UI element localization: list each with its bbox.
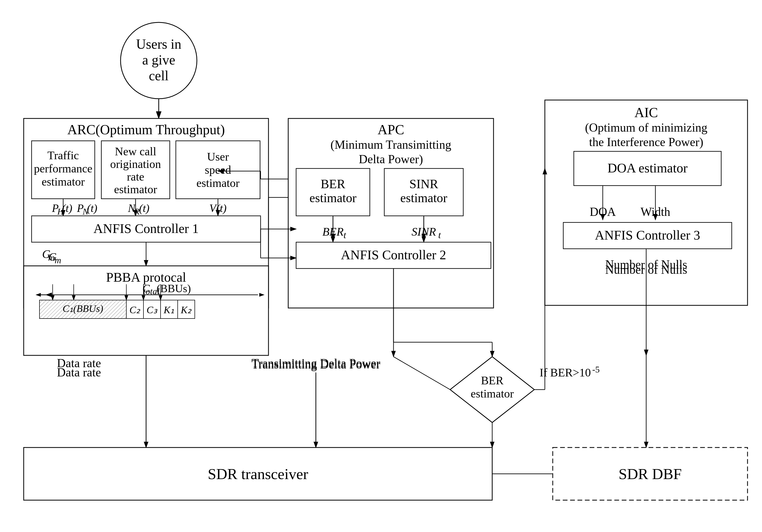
bert-sub: t [343, 230, 346, 240]
anfis3-text: ANFIS Controller 3 [595, 228, 700, 243]
aic-title3: the Interference Power) [589, 135, 703, 149]
apc-title2: (Minimum Transimitting [331, 138, 451, 151]
anfis2-text: ANFIS Controller 2 [341, 248, 446, 262]
sinrt-sub: t [438, 230, 441, 240]
apc-title3: Delta Power) [359, 152, 423, 166]
diagram-container: Users in a give cell ARC(Optimum Through… [0, 0, 762, 532]
user-speed-text2: speed [205, 164, 231, 176]
traffic-text3: estimator [41, 175, 85, 188]
c2-label: C₂ [129, 304, 141, 315]
gm-sub: m [55, 255, 61, 265]
ber-text1: BER [321, 177, 345, 191]
k2-label: K₂ [181, 304, 192, 315]
c1-label: C₁(BBUs) [63, 303, 103, 314]
if-ber-label: If BER>10 [540, 366, 591, 379]
nrt-label: (t) [139, 202, 149, 214]
gm-sub2: m [48, 253, 55, 263]
sdr-transceiver-text: SDR transceiver [208, 465, 308, 483]
traffic-text2: performance [34, 162, 92, 175]
num-nulls-text: Number of Nulls [605, 258, 687, 271]
new-call-text4: estimator [114, 183, 157, 196]
transmitting-text: Transimitting Delta Power [252, 356, 380, 370]
user-speed-text1: User [207, 150, 229, 163]
sdr-dbf-text: SDR DBF [619, 465, 682, 483]
ber-diamond-text2: estimator [471, 387, 514, 400]
ber-diamond-text1: BER [481, 374, 503, 387]
new-call-text3: rate [127, 170, 144, 183]
users-cell-text3: cell [149, 68, 169, 83]
users-cell-text2: a give [142, 52, 175, 67]
aic-title2: (Optimum of minimizing [585, 121, 707, 134]
users-cell-text: Users in [136, 37, 181, 51]
new-call-text1: New call [115, 145, 156, 158]
ctotal-bbus: (BBUs) [157, 282, 191, 295]
user-speed-text3: estimator [196, 177, 240, 190]
data-rate-text: Data rate [57, 366, 101, 379]
doa-estimator-text: DOA estimator [607, 161, 688, 175]
ber-text2: estimator [310, 191, 357, 205]
if-ber-sup: -5 [592, 365, 600, 374]
new-call-text2: origination [110, 158, 161, 171]
c3-label: C₃ [147, 304, 158, 315]
k1-label: K₁ [164, 304, 174, 315]
anfis1-text: ANFIS Controller 1 [94, 221, 199, 236]
apc-title1: APC [377, 122, 404, 137]
sinr-text1: SINR [409, 177, 438, 191]
traffic-text1: Traffic [47, 149, 79, 162]
aic-title1: AIC [634, 105, 658, 120]
pnt-label: (t) [87, 202, 97, 214]
arc-title: ARC(Optimum Throughput) [67, 122, 225, 137]
sinr-text2: estimator [400, 191, 447, 205]
